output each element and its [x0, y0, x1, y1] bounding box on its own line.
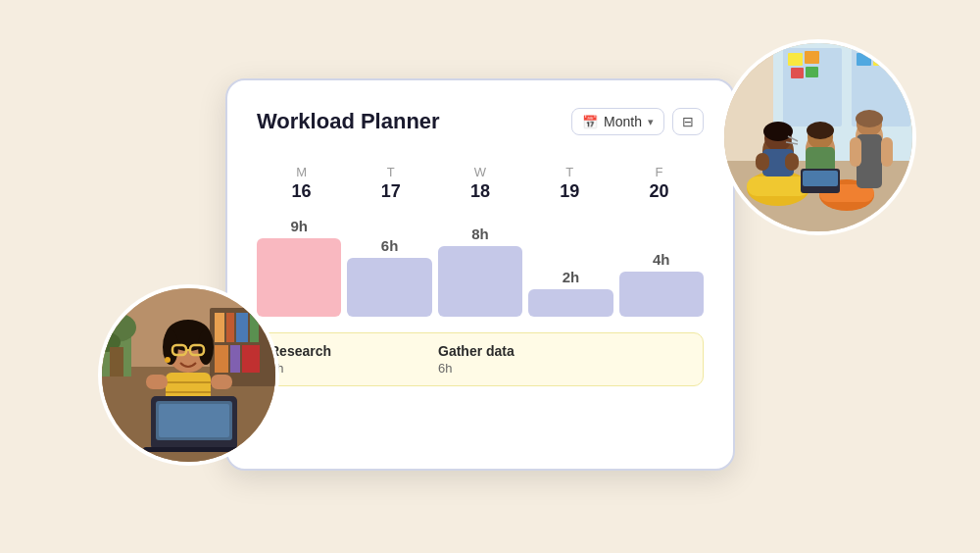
- hour-label: 9h: [290, 218, 308, 234]
- calendar-grid: M 16 T 17 W 18 T 19 F 20 9h 6h 8h 2h: [257, 165, 704, 386]
- day-letter: T: [525, 165, 614, 179]
- svg-rect-36: [805, 51, 819, 64]
- svg-rect-38: [806, 67, 818, 77]
- svg-rect-35: [788, 53, 803, 66]
- svg-point-48: [763, 122, 793, 141]
- day-number: 19: [525, 181, 614, 202]
- chevron-down-icon: ▾: [648, 116, 654, 128]
- filter-icon: ⊟: [682, 114, 694, 129]
- hour-label: 6h: [381, 237, 399, 254]
- month-label: Month: [604, 114, 642, 129]
- day-letter: F: [614, 165, 704, 179]
- svg-rect-25: [211, 375, 232, 389]
- day-letter: W: [435, 165, 524, 179]
- svg-point-17: [198, 329, 214, 365]
- hour-bar: [528, 289, 612, 317]
- svg-rect-8: [230, 345, 240, 373]
- hour-label: 8h: [471, 226, 489, 242]
- svg-rect-4: [226, 313, 234, 342]
- svg-rect-9: [242, 345, 260, 373]
- hour-bar: [438, 246, 522, 317]
- svg-point-30: [165, 357, 171, 363]
- svg-rect-39: [857, 53, 871, 66]
- day-number: 20: [614, 181, 704, 202]
- svg-point-60: [856, 110, 883, 127]
- day-header: T 17: [346, 165, 435, 202]
- svg-rect-7: [215, 345, 228, 373]
- svg-rect-29: [159, 404, 229, 437]
- hour-bar: [347, 258, 431, 317]
- svg-rect-50: [756, 153, 769, 171]
- planner-card: Workload Planner 📅 Month ▾ ⊟ M 16 T 17 W…: [225, 78, 735, 471]
- month-dropdown[interactable]: 📅 Month ▾: [571, 108, 664, 135]
- hours-row: 9h 6h 8h 2h 4h: [257, 218, 704, 317]
- svg-rect-3: [215, 313, 224, 342]
- planner-header: Workload Planner 📅 Month ▾ ⊟: [257, 108, 704, 135]
- hour-bar: [619, 272, 704, 317]
- day-headers-row: M 16 T 17 W 18 T 19 F 20: [257, 165, 704, 202]
- svg-rect-43: [747, 176, 809, 196]
- hour-bar-container: 8h: [438, 226, 522, 317]
- planner-title: Workload Planner: [257, 109, 440, 134]
- circle-photo-right: [720, 39, 916, 235]
- day-header: T 19: [525, 165, 614, 202]
- svg-rect-51: [785, 153, 799, 171]
- svg-rect-37: [791, 68, 804, 78]
- tasks-row: Research 6h Gather data 6h: [257, 332, 704, 386]
- svg-rect-63: [881, 137, 893, 167]
- task-name: Research: [270, 343, 438, 359]
- svg-rect-40: [873, 55, 886, 66]
- day-number: 17: [346, 181, 435, 202]
- task-hours: 6h: [270, 361, 438, 376]
- svg-rect-5: [236, 313, 248, 342]
- hour-label: 2h: [563, 269, 580, 285]
- day-header: F 20: [614, 165, 704, 202]
- task-hours: 6h: [438, 361, 691, 376]
- filter-button[interactable]: ⊟: [672, 108, 704, 135]
- hour-bar-container: 9h: [257, 218, 341, 317]
- day-number: 16: [257, 181, 346, 202]
- svg-rect-28: [143, 447, 245, 452]
- header-controls: 📅 Month ▾ ⊟: [571, 108, 704, 135]
- hour-bar-container: 4h: [619, 251, 704, 317]
- day-header: M 16: [257, 165, 346, 202]
- svg-rect-6: [250, 313, 259, 342]
- task-item: Gather data 6h: [438, 343, 691, 376]
- hour-bar-container: 6h: [347, 237, 431, 317]
- day-header: W 18: [435, 165, 524, 202]
- svg-rect-57: [803, 171, 838, 186]
- task-item: Research 6h: [270, 343, 438, 376]
- svg-rect-24: [146, 375, 168, 389]
- circle-photo-left: [98, 284, 279, 466]
- svg-point-54: [807, 122, 834, 139]
- calendar-icon: 📅: [582, 115, 598, 129]
- svg-rect-62: [850, 137, 861, 167]
- hour-bar: [257, 238, 341, 317]
- day-number: 18: [435, 181, 524, 202]
- day-letter: M: [257, 165, 346, 179]
- svg-rect-13: [110, 347, 123, 377]
- day-letter: T: [346, 165, 435, 179]
- hour-label: 4h: [653, 251, 670, 268]
- hour-bar-container: 2h: [528, 269, 612, 317]
- task-name: Gather data: [438, 343, 691, 359]
